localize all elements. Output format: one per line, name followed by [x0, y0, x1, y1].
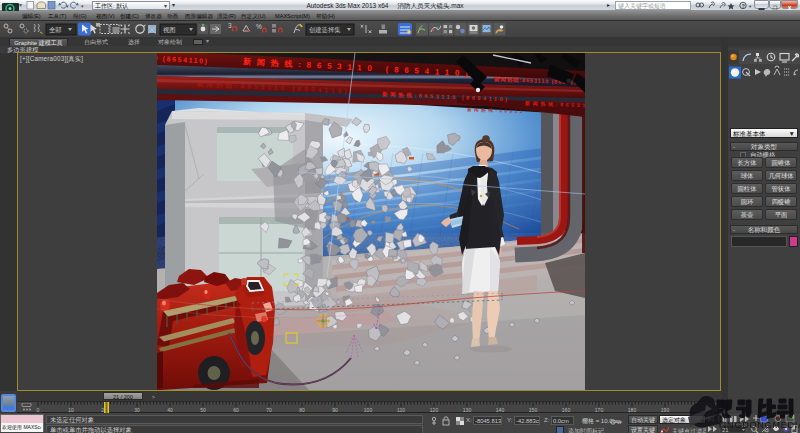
svg-text:3: 3 [228, 22, 232, 29]
svg-text:全部: 全部 [49, 26, 62, 34]
svg-text:▾: ▾ [749, 4, 752, 9]
svg-text:%: % [256, 23, 262, 30]
svg-text:视图: 视图 [163, 26, 176, 34]
svg-text:YINGDONGMEDIA: YINGDONGMEDIA [717, 420, 800, 430]
svg-text:创建选择集: 创建选择集 [309, 26, 341, 34]
